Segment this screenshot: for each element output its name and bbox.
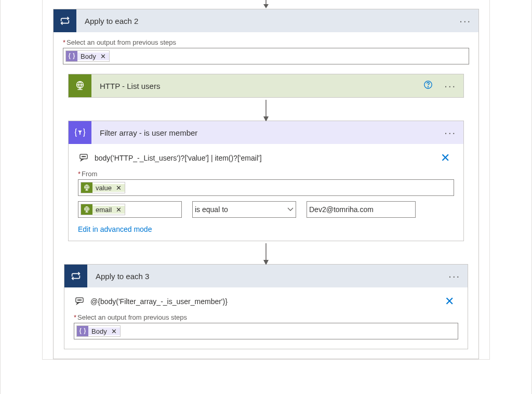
apply-to-each-3-title: Apply to each 3 <box>87 272 441 281</box>
apply-to-each-3-body: @{body('Filter_array_-_is_user_member')}… <box>64 287 468 349</box>
condition-right-input[interactable]: Dev2@tomriha.com <box>307 201 416 218</box>
svg-point-9 <box>82 156 83 156</box>
more-menu-button[interactable]: ··· <box>452 15 478 27</box>
loop-icon <box>54 9 76 32</box>
chevron-down-icon <box>287 206 294 213</box>
select-output-input[interactable]: Body ✕ <box>63 48 469 64</box>
expression-text: body('HTTP_-_List_users')?['value'] | it… <box>95 154 431 162</box>
http-list-users-header[interactable]: HTTP - List users ··· <box>69 74 463 97</box>
expression-row: @{body('Filter_array_-_is_user_member')}… <box>74 294 458 313</box>
more-menu-button[interactable]: ··· <box>437 127 463 139</box>
svg-point-10 <box>83 156 84 156</box>
more-menu-button[interactable]: ··· <box>437 80 463 92</box>
expression-close-button[interactable]: ✕ <box>441 295 458 308</box>
body-token[interactable]: Body ✕ <box>65 50 110 62</box>
http-list-users-title: HTTP - List users <box>91 82 423 90</box>
svg-point-21 <box>81 299 81 300</box>
speech-bubble-icon <box>78 153 89 163</box>
apply-to-each-2-title: Apply to each 2 <box>76 17 452 25</box>
select-output-label: *Select an output from previous steps <box>74 313 458 321</box>
condition-left-input[interactable]: email ✕ <box>78 201 182 218</box>
braces-icon <box>66 51 77 61</box>
globe-icon <box>69 74 91 97</box>
token-label: Body <box>88 327 110 335</box>
select-output-input[interactable]: Body ✕ <box>74 323 458 339</box>
svg-point-11 <box>85 156 85 156</box>
flow-container: Apply to each 2 ··· *Select an output fr… <box>42 0 490 360</box>
token-remove-button[interactable]: ✕ <box>115 206 125 214</box>
filter-array-body: body('HTTP_-_List_users')?['value'] | it… <box>69 144 463 241</box>
token-label: Body <box>77 52 99 60</box>
filter-icon <box>69 121 91 144</box>
select-output-label: *Select an output from previous steps <box>63 38 469 46</box>
svg-point-20 <box>79 299 79 300</box>
from-label: *From <box>78 170 454 178</box>
svg-point-5 <box>428 86 429 87</box>
required-star: * <box>78 170 81 178</box>
speech-bubble-icon <box>74 297 85 307</box>
flow-canvas: Apply to each 2 ··· *Select an output fr… <box>0 0 532 394</box>
apply-to-each-3-card: Apply to each 3 ··· <box>64 264 468 349</box>
filter-array-header[interactable]: Filter array - is user member ··· <box>69 121 463 144</box>
email-token[interactable]: email ✕ <box>81 204 125 215</box>
token-remove-button[interactable]: ✕ <box>115 184 125 192</box>
token-label: value <box>92 184 115 192</box>
token-label: email <box>92 206 115 214</box>
expression-row: body('HTTP_-_List_users')?['value'] | it… <box>78 150 454 170</box>
more-menu-button[interactable]: ··· <box>441 270 468 282</box>
condition-row: email ✕ is equal to <box>78 201 454 218</box>
token-remove-button[interactable]: ✕ <box>99 52 109 60</box>
apply-to-each-2-card: Apply to each 2 ··· *Select an output fr… <box>53 9 479 359</box>
apply-to-each-3-header[interactable]: Apply to each 3 ··· <box>64 265 468 287</box>
globe-icon <box>81 182 92 193</box>
expression-text: @{body('Filter_array_-_is_user_member')} <box>90 297 435 306</box>
condition-operator-select[interactable]: is equal to <box>192 201 296 218</box>
expression-close-button[interactable]: ✕ <box>436 151 454 165</box>
filter-array-card: Filter array - is user member ··· <box>68 121 464 241</box>
help-icon[interactable] <box>423 80 437 92</box>
required-star: * <box>74 313 76 321</box>
globe-icon <box>81 204 92 215</box>
svg-marker-1 <box>263 4 269 8</box>
token-remove-button[interactable]: ✕ <box>110 327 120 335</box>
body-token[interactable]: Body ✕ <box>76 325 121 337</box>
loop-icon <box>64 265 87 287</box>
connector-arrow-top <box>43 0 489 9</box>
apply-to-each-2-header[interactable]: Apply to each 2 ··· <box>54 9 478 32</box>
connector-arrow <box>54 98 478 121</box>
required-star: * <box>63 38 65 46</box>
braces-icon <box>77 326 88 336</box>
apply-to-each-2-body: *Select an output from previous steps Bo… <box>54 32 478 67</box>
from-input[interactable]: value ✕ <box>78 179 454 196</box>
edit-advanced-mode-link[interactable]: Edit in advanced mode <box>78 225 454 233</box>
value-token[interactable]: value ✕ <box>81 182 125 193</box>
svg-point-19 <box>78 299 78 300</box>
filter-array-title: Filter array - is user member <box>91 128 437 137</box>
connector-arrow <box>54 241 478 264</box>
http-list-users-card: HTTP - List users ··· <box>68 74 464 98</box>
